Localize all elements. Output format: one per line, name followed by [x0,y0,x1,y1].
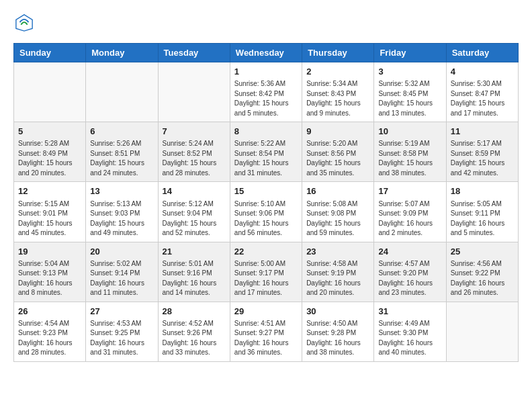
day-number: 23 [306,246,369,258]
day-number: 29 [234,306,298,318]
calendar-row-4: 26Sunrise: 4:54 AM Sunset: 9:23 PM Dayli… [14,302,519,361]
day-info: Sunrise: 4:53 AM Sunset: 9:25 PM Dayligh… [90,319,153,358]
logo-icon [15,13,34,32]
page-header [13,13,519,32]
calendar-cell: 24Sunrise: 4:57 AM Sunset: 9:20 PM Dayli… [374,242,446,302]
column-header-wednesday: Wednesday [230,44,302,62]
calendar-cell: 16Sunrise: 5:08 AM Sunset: 9:08 PM Dayli… [302,182,374,242]
day-number: 9 [306,126,369,138]
calendar-cell: 28Sunrise: 4:52 AM Sunset: 9:26 PM Dayli… [158,302,230,361]
day-number: 3 [378,66,441,78]
day-number: 20 [90,246,153,258]
calendar-cell: 14Sunrise: 5:12 AM Sunset: 9:04 PM Dayli… [158,182,230,242]
calendar-cell [14,62,86,122]
day-number: 6 [90,126,153,138]
logo [13,13,34,32]
day-number: 28 [163,306,226,318]
day-number: 31 [378,306,441,318]
calendar-cell: 5Sunrise: 5:28 AM Sunset: 8:49 PM Daylig… [14,122,86,182]
calendar-cell: 27Sunrise: 4:53 AM Sunset: 9:25 PM Dayli… [86,302,158,361]
day-info: Sunrise: 5:36 AM Sunset: 8:42 PM Dayligh… [234,79,298,118]
calendar-row-3: 19Sunrise: 5:04 AM Sunset: 9:13 PM Dayli… [14,242,519,302]
day-info: Sunrise: 5:07 AM Sunset: 9:09 PM Dayligh… [378,199,441,238]
calendar-cell: 4Sunrise: 5:30 AM Sunset: 8:47 PM Daylig… [446,62,518,122]
calendar-cell: 8Sunrise: 5:22 AM Sunset: 8:54 PM Daylig… [230,122,302,182]
column-header-friday: Friday [374,44,446,62]
calendar-cell: 3Sunrise: 5:32 AM Sunset: 8:45 PM Daylig… [374,62,446,122]
calendar-cell: 11Sunrise: 5:17 AM Sunset: 8:59 PM Dayli… [446,122,518,182]
day-info: Sunrise: 5:19 AM Sunset: 8:58 PM Dayligh… [378,139,441,178]
calendar-cell [86,62,158,122]
day-number: 24 [378,246,441,258]
day-number: 4 [451,66,514,78]
day-number: 10 [378,126,441,138]
day-info: Sunrise: 5:26 AM Sunset: 8:51 PM Dayligh… [90,139,153,178]
calendar-cell: 2Sunrise: 5:34 AM Sunset: 8:43 PM Daylig… [302,62,374,122]
day-number: 12 [18,185,81,197]
calendar-cell: 13Sunrise: 5:13 AM Sunset: 9:03 PM Dayli… [86,182,158,242]
day-info: Sunrise: 5:04 AM Sunset: 9:13 PM Dayligh… [18,259,81,298]
calendar-table: SundayMondayTuesdayWednesdayThursdayFrid… [13,43,519,362]
calendar-cell: 21Sunrise: 5:01 AM Sunset: 9:16 PM Dayli… [158,242,230,302]
day-number: 21 [163,246,226,258]
day-number: 13 [90,185,153,197]
day-number: 14 [163,185,226,197]
day-info: Sunrise: 5:08 AM Sunset: 9:08 PM Dayligh… [306,199,369,238]
calendar-cell: 25Sunrise: 4:56 AM Sunset: 9:22 PM Dayli… [446,242,518,302]
day-info: Sunrise: 5:34 AM Sunset: 8:43 PM Dayligh… [306,79,369,118]
calendar-row-0: 1Sunrise: 5:36 AM Sunset: 8:42 PM Daylig… [14,62,519,122]
column-header-sunday: Sunday [14,44,86,62]
calendar-cell: 6Sunrise: 5:26 AM Sunset: 8:51 PM Daylig… [86,122,158,182]
day-info: Sunrise: 5:30 AM Sunset: 8:47 PM Dayligh… [451,79,514,118]
calendar-cell: 7Sunrise: 5:24 AM Sunset: 8:52 PM Daylig… [158,122,230,182]
calendar-cell: 1Sunrise: 5:36 AM Sunset: 8:42 PM Daylig… [230,62,302,122]
day-info: Sunrise: 5:22 AM Sunset: 8:54 PM Dayligh… [234,139,298,178]
day-info: Sunrise: 5:15 AM Sunset: 9:01 PM Dayligh… [18,199,81,238]
day-number: 17 [378,185,441,197]
day-info: Sunrise: 5:17 AM Sunset: 8:59 PM Dayligh… [451,139,514,178]
calendar-cell: 22Sunrise: 5:00 AM Sunset: 9:17 PM Dayli… [230,242,302,302]
day-number: 2 [306,66,369,78]
day-info: Sunrise: 4:56 AM Sunset: 9:22 PM Dayligh… [451,259,514,298]
day-number: 1 [234,66,298,78]
calendar-cell [446,302,518,361]
day-info: Sunrise: 5:20 AM Sunset: 8:56 PM Dayligh… [306,139,369,178]
calendar-cell: 10Sunrise: 5:19 AM Sunset: 8:58 PM Dayli… [374,122,446,182]
column-header-tuesday: Tuesday [158,44,230,62]
calendar-header-row: SundayMondayTuesdayWednesdayThursdayFrid… [14,44,519,62]
calendar-cell [158,62,230,122]
day-info: Sunrise: 4:57 AM Sunset: 9:20 PM Dayligh… [378,259,441,298]
day-number: 30 [306,306,369,318]
day-number: 18 [451,185,514,197]
calendar-cell: 12Sunrise: 5:15 AM Sunset: 9:01 PM Dayli… [14,182,86,242]
day-info: Sunrise: 4:54 AM Sunset: 9:23 PM Dayligh… [18,319,81,358]
day-number: 11 [451,126,514,138]
calendar-cell: 31Sunrise: 4:49 AM Sunset: 9:30 PM Dayli… [374,302,446,361]
column-header-thursday: Thursday [302,44,374,62]
day-info: Sunrise: 5:13 AM Sunset: 9:03 PM Dayligh… [90,199,153,238]
day-number: 16 [306,185,369,197]
calendar-cell: 20Sunrise: 5:02 AM Sunset: 9:14 PM Dayli… [86,242,158,302]
calendar-cell: 23Sunrise: 4:58 AM Sunset: 9:19 PM Dayli… [302,242,374,302]
day-info: Sunrise: 4:51 AM Sunset: 9:27 PM Dayligh… [234,319,298,358]
day-info: Sunrise: 5:24 AM Sunset: 8:52 PM Dayligh… [163,139,226,178]
day-number: 8 [234,126,298,138]
calendar-cell: 19Sunrise: 5:04 AM Sunset: 9:13 PM Dayli… [14,242,86,302]
day-info: Sunrise: 4:58 AM Sunset: 9:19 PM Dayligh… [306,259,369,298]
calendar-cell: 17Sunrise: 5:07 AM Sunset: 9:09 PM Dayli… [374,182,446,242]
calendar-cell: 29Sunrise: 4:51 AM Sunset: 9:27 PM Dayli… [230,302,302,361]
day-number: 19 [18,246,81,258]
column-header-saturday: Saturday [446,44,518,62]
day-info: Sunrise: 5:32 AM Sunset: 8:45 PM Dayligh… [378,79,441,118]
day-info: Sunrise: 4:50 AM Sunset: 9:28 PM Dayligh… [306,319,369,358]
calendar-cell: 30Sunrise: 4:50 AM Sunset: 9:28 PM Dayli… [302,302,374,361]
day-number: 22 [234,246,298,258]
calendar-cell: 15Sunrise: 5:10 AM Sunset: 9:06 PM Dayli… [230,182,302,242]
day-info: Sunrise: 5:28 AM Sunset: 8:49 PM Dayligh… [18,139,81,178]
day-info: Sunrise: 5:10 AM Sunset: 9:06 PM Dayligh… [234,199,298,238]
day-number: 15 [234,185,298,197]
day-info: Sunrise: 5:12 AM Sunset: 9:04 PM Dayligh… [163,199,226,238]
day-number: 25 [451,246,514,258]
day-info: Sunrise: 5:00 AM Sunset: 9:17 PM Dayligh… [234,259,298,298]
day-info: Sunrise: 4:52 AM Sunset: 9:26 PM Dayligh… [163,319,226,358]
